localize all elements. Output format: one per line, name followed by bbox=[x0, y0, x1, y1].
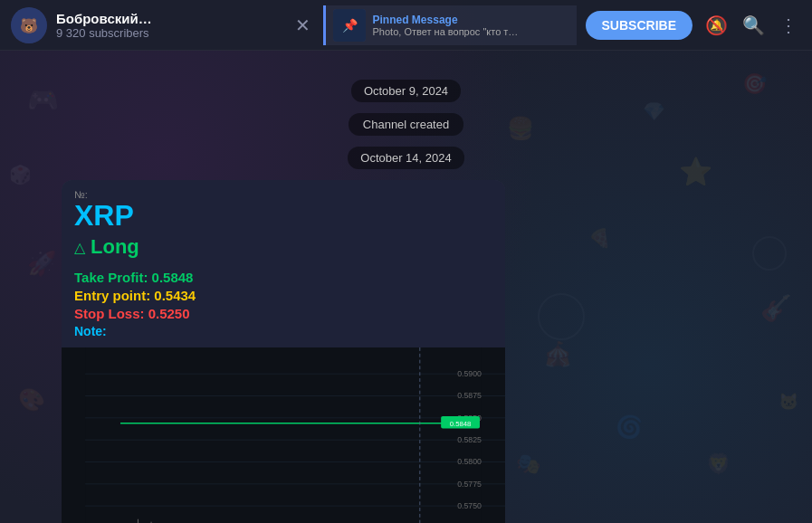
date-badge-2: October 14, 2024 bbox=[348, 147, 463, 169]
note-line: Note: bbox=[74, 324, 492, 338]
card-header: №: XRP △ Long Take Profit: 0.5848 Entry … bbox=[62, 180, 505, 347]
direction-line: △ Long bbox=[74, 235, 492, 259]
take-profit-line: Take Profit: 0.5848 bbox=[74, 270, 492, 285]
svg-text:0.5825: 0.5825 bbox=[457, 435, 482, 444]
more-button[interactable]: ⋮ bbox=[776, 11, 801, 40]
date-separator-1: October 9, 2024 bbox=[0, 80, 812, 102]
subscriber-count: 9 320 subscribers bbox=[56, 26, 282, 40]
mute-button[interactable]: 🔕 bbox=[702, 11, 731, 40]
pinned-thumb-image: 📌 bbox=[333, 9, 366, 42]
top-navigation: 🐻 Бобровский… 9 320 subscribers ✕ 📌 Pinn… bbox=[0, 0, 812, 51]
search-button[interactable]: 🔍 bbox=[739, 11, 769, 40]
close-button[interactable]: ✕ bbox=[291, 11, 314, 40]
channel-created-badge: Channel created bbox=[349, 113, 463, 136]
channel-created: Channel created bbox=[0, 113, 812, 136]
token-name: XRP bbox=[74, 200, 492, 232]
pinned-thumbnail: 📌 bbox=[333, 9, 366, 42]
channel-name[interactable]: Бобровский… bbox=[56, 11, 282, 26]
pinned-preview: Photo, Ответ на вопрос "кто т… bbox=[373, 26, 569, 37]
svg-text:🐻: 🐻 bbox=[20, 17, 38, 34]
entry-point-line: Entry point: 0.5434 bbox=[74, 288, 492, 303]
date-separator-2: October 14, 2024 bbox=[0, 147, 812, 169]
direction-icon: △ bbox=[74, 239, 85, 256]
message-num: №: bbox=[74, 189, 492, 200]
svg-text:0.5900: 0.5900 bbox=[457, 369, 482, 378]
svg-text:0.5875: 0.5875 bbox=[457, 392, 482, 401]
svg-text:0.5750: 0.5750 bbox=[457, 501, 482, 510]
pinned-content: Pinned Message Photo, Ответ на вопрос "к… bbox=[373, 14, 569, 37]
chat-area: October 9, 2024 Channel created October … bbox=[0, 51, 812, 523]
pinned-label: Pinned Message bbox=[373, 14, 569, 26]
svg-text:0.5775: 0.5775 bbox=[457, 480, 482, 489]
avatar-image: 🐻 bbox=[11, 7, 47, 43]
top-actions: 🔕 🔍 ⋮ bbox=[702, 11, 801, 40]
stop-loss-line: Stop Loss: 0.5250 bbox=[74, 306, 492, 321]
message-card: №: XRP △ Long Take Profit: 0.5848 Entry … bbox=[62, 180, 505, 523]
pinned-message[interactable]: 📌 Pinned Message Photo, Ответ на вопрос … bbox=[323, 5, 577, 45]
svg-text:0.5800: 0.5800 bbox=[457, 458, 482, 467]
subscribe-button[interactable]: SUBSCRIBE bbox=[586, 11, 693, 40]
direction-text: Long bbox=[91, 235, 139, 259]
chart-container: 0.5900 0.5875 0.5850 0.5825 0.5800 0.577… bbox=[62, 347, 505, 523]
svg-text:📌: 📌 bbox=[341, 18, 358, 33]
date-badge-1: October 9, 2024 bbox=[351, 80, 461, 102]
svg-text:0.5848: 0.5848 bbox=[450, 420, 472, 428]
price-chart: 0.5900 0.5875 0.5850 0.5825 0.5800 0.577… bbox=[62, 347, 505, 523]
channel-info: Бобровский… 9 320 subscribers bbox=[56, 11, 282, 40]
channel-avatar[interactable]: 🐻 bbox=[11, 7, 47, 43]
